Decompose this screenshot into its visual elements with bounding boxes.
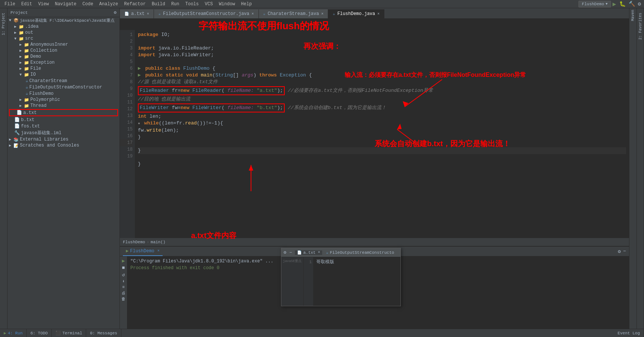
menu-navigate[interactable]: Navigate	[52, 1, 79, 7]
tree-item-fostxt[interactable]: 📄 fos.txt	[7, 123, 120, 129]
menu-file[interactable]: File	[1, 1, 18, 7]
run-icon: ▶	[126, 248, 129, 254]
tab-fos-close[interactable]: ×	[252, 12, 254, 16]
menu-view[interactable]: View	[35, 1, 52, 7]
folder-demo-label: Demo	[30, 54, 41, 59]
build-button[interactable]: 🔨	[627, 0, 637, 8]
code-content[interactable]: package IO; import java.io.FileReader; i…	[135, 30, 629, 238]
menu-tools[interactable]: Tools	[182, 1, 202, 7]
tree-item-thread[interactable]: ▶ 📁 Thread	[7, 103, 120, 109]
menu-help[interactable]: Help	[238, 1, 255, 7]
tree-item-poly[interactable]: ▶ 📁 Polymorphic	[7, 97, 120, 103]
run-filter-icon[interactable]: ≡	[122, 285, 125, 289]
folder-idea-icon: 📁	[19, 24, 24, 29]
tree-item-exception[interactable]: ▶ 📁 Exception	[7, 60, 120, 66]
menu-build[interactable]: Build	[149, 1, 168, 7]
folder-collection-icon: 📁	[24, 48, 29, 53]
breadcrumb-flushdemo[interactable]: FlushDemo	[123, 240, 145, 244]
tree-item-io[interactable]: ▼ 📁 IO	[7, 72, 120, 78]
tree-item-iml[interactable]: 🔧 javase基础集.iml	[7, 129, 120, 136]
popup-tab-bar: ⚙ − 📄 a.txt × ☕ FileOutputStreamConstruc…	[281, 248, 400, 257]
tab-charater[interactable]: ☕ CharaterStream.java ×	[259, 9, 329, 18]
iml-label: javase基础集.iml	[21, 130, 61, 136]
tree-item-fos[interactable]: ☕ FileOutputStreamConstructor	[7, 84, 120, 90]
tree-item-root[interactable]: ▼ 📦 javase基础集 F:\IDEAworkSpace\JavaSE重点	[7, 17, 120, 24]
run-settings-icon[interactable]: ⚙	[618, 249, 621, 255]
menu-code[interactable]: Code	[79, 1, 96, 7]
tab-todo[interactable]: 6: TODO	[27, 329, 52, 337]
menu-window[interactable]: Window	[216, 1, 238, 7]
tree-item-flushdemo[interactable]: ☕ FlushDemo	[7, 90, 120, 97]
expand-thread-icon: ▶	[19, 103, 23, 108]
breadcrumb-main[interactable]: main()	[151, 240, 166, 244]
project-strip[interactable]: 1: Project	[0, 8, 7, 329]
tab-atxt[interactable]: 📄 a.txt ×	[120, 9, 154, 18]
tab-terminal[interactable]: ⬛ Terminal	[52, 329, 86, 337]
tab-run[interactable]: ▶ 4: Run	[0, 329, 27, 337]
code-editor[interactable]: 12345 678910 1112131415 16171819 package…	[120, 30, 629, 238]
tab-charater-close[interactable]: ×	[321, 12, 323, 16]
project-strip-label[interactable]: 1: Project	[1, 11, 6, 37]
run-tab-label: FlushDemo	[130, 249, 154, 254]
tab-atxt-close[interactable]: ×	[147, 12, 149, 16]
tree-item-file[interactable]: ▶ 📁 File	[7, 66, 120, 72]
tab-flushdemo-close[interactable]: ×	[377, 12, 380, 16]
popup-tab-atxt[interactable]: 📄 a.txt ×	[295, 250, 322, 255]
popup-left-bar: javaSE重点	[281, 257, 304, 306]
terminal-icon: ⬛	[55, 331, 61, 336]
toolbar-run-config[interactable]: FlushDemo ▼	[578, 1, 611, 7]
java-charater-icon: ☕	[25, 78, 28, 84]
favorites-strip: 2: Favorites	[637, 8, 644, 329]
tab-flushdemo[interactable]: ☕ FlushDemo.java ×	[328, 9, 384, 18]
tree-item-out[interactable]: ▶ 📁 out	[7, 30, 120, 36]
popup-gear-icon[interactable]: ⚙	[284, 250, 286, 255]
folder-demo-icon: 📁	[24, 54, 29, 59]
left-strips: 1: Project	[0, 8, 7, 329]
popup-atxt-close[interactable]: ×	[318, 250, 320, 255]
menu-refactor[interactable]: Refactor	[121, 1, 149, 7]
run-button[interactable]: ▶	[611, 0, 618, 9]
project-tree: ▼ 📦 javase基础集 F:\IDEAworkSpace\JavaSE重点 …	[7, 17, 120, 329]
tab-atxt-label: a.txt	[131, 11, 145, 16]
tree-item-ext[interactable]: ▶ 📚 External Libraries	[7, 136, 120, 142]
run-stop-icon[interactable]: ■	[122, 265, 125, 271]
menu-analyze[interactable]: Analyze	[96, 1, 121, 7]
tree-item-src[interactable]: ▼ 📁 src	[7, 36, 120, 42]
favorites-label[interactable]: 2: Favorites	[638, 11, 643, 41]
folder-anon-icon: 📁	[24, 42, 29, 47]
event-log-btn[interactable]: Event Log	[614, 329, 644, 337]
menu-edit[interactable]: Edit	[18, 1, 35, 7]
run-tab-active[interactable]: ▶ FlushDemo ×	[123, 247, 163, 256]
popup-tab-fos[interactable]: ☕ FileOutputStreamConstructo	[324, 250, 396, 255]
tab-fos[interactable]: ☕ FileOutputStreamConstructor.java ×	[154, 9, 258, 18]
tree-item-atxt[interactable]: 📄 a.txt	[9, 109, 118, 116]
tab-charater-icon: ☕	[263, 12, 266, 16]
tree-item-demo[interactable]: ▶ 📁 Demo	[7, 54, 120, 60]
run-trash-icon[interactable]: 🗑	[121, 297, 126, 301]
tree-item-charater[interactable]: ☕ CharaterStream	[7, 78, 120, 84]
menu-vcs[interactable]: VCS	[202, 1, 216, 7]
run-scroll-icon[interactable]: ⬇	[122, 279, 125, 284]
run-rerun-icon[interactable]: ↺	[122, 272, 125, 278]
tree-item-btxt[interactable]: 📄 b.txt	[7, 117, 120, 123]
expand-arrow-icon: ▼	[9, 18, 13, 22]
debug-button[interactable]: 🐛	[618, 0, 627, 8]
run-tab-close[interactable]: ×	[157, 249, 160, 253]
run-print-icon[interactable]: 🖨	[121, 291, 126, 295]
popup-code-area[interactable]: 哥取模版	[313, 257, 400, 306]
tree-item-collection[interactable]: ▶ 📁 Collection	[7, 48, 120, 54]
run-play-icon[interactable]: ▶	[122, 258, 125, 264]
maven-icon[interactable]: Maven	[631, 10, 635, 21]
popup-minimize-icon[interactable]: −	[289, 250, 292, 255]
tree-item-scratch[interactable]: ▶ 📝 Scratches and Consoles	[7, 142, 120, 148]
tree-item-idea[interactable]: ▶ 📁 .idea	[7, 24, 120, 30]
run-tab-icon: ▶	[4, 331, 6, 336]
settings-icon[interactable]: ⚙	[637, 0, 643, 8]
project-gear-icon[interactable]: ⚙	[114, 10, 117, 15]
menu-run[interactable]: Run	[168, 1, 182, 7]
bottom-tabs-bar: ▶ 4: Run 6: TODO ⬛ Terminal 0: Messages …	[0, 329, 644, 337]
popup-line-nums: 1	[304, 257, 313, 306]
run-minimize-icon[interactable]: −	[623, 249, 626, 254]
tab-messages[interactable]: 0: Messages	[86, 329, 121, 337]
tree-item-anon[interactable]: ▶ 📁 AnonymousInner	[7, 42, 120, 48]
